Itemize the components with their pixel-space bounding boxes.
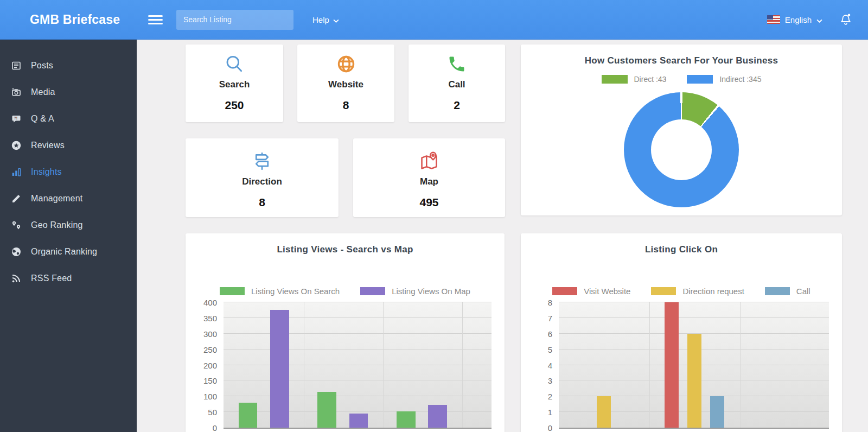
listing-click-chart-card: Listing Click On Visit WebsiteDirection … <box>521 233 842 432</box>
legend-label: Visit Website <box>584 287 630 296</box>
sidebar-item-posts[interactable]: Posts <box>0 52 137 79</box>
posts-icon <box>11 60 22 71</box>
sidebar-nav: PostsMedia?!Q & AReviewsInsightsManageme… <box>0 40 137 432</box>
chevron-down-icon <box>333 15 339 24</box>
notification-bell-icon[interactable] <box>839 12 853 27</box>
stat-card-call: Call 2 <box>409 45 505 122</box>
sidebar-item-label: Reviews <box>31 141 65 150</box>
bar-listing-views-on-search <box>317 392 336 428</box>
stat-value: 495 <box>419 196 438 209</box>
language-label: English <box>785 15 812 24</box>
map-stat-icon <box>419 150 439 172</box>
y-axis-tick: 350 <box>203 313 217 322</box>
stat-label: Map <box>420 176 438 187</box>
sidebar-item-geo-ranking[interactable]: Geo Ranking <box>0 212 137 238</box>
legend-item: Direct :43 <box>602 75 667 84</box>
y-axis-tick: 0 <box>213 423 217 432</box>
donut-legend: Direct :43Indirect :345 <box>521 75 842 84</box>
stat-label: Direction <box>242 176 282 187</box>
sidebar-item-rss-feed[interactable]: RSS Feed <box>0 265 137 291</box>
sidebar-item-label: Geo Ranking <box>31 220 83 230</box>
y-axis-tick: 100 <box>203 392 217 401</box>
management-icon <box>11 193 22 204</box>
legend-label: Direction request <box>682 287 744 296</box>
top-navbar: GMB Briefcase Help English <box>0 0 868 40</box>
sidebar-item-organic-ranking[interactable]: Organic Ranking <box>0 238 137 265</box>
stat-card-map: Map 495 <box>353 138 505 217</box>
reviews-icon <box>11 140 22 151</box>
legend-label: Listing Views On Search <box>251 287 340 296</box>
sidebar-item-insights[interactable]: Insights <box>0 158 137 185</box>
search-input[interactable] <box>176 10 293 30</box>
bar-listing-views-on-map <box>349 414 368 428</box>
donut-chart <box>624 92 739 207</box>
call-stat-icon <box>447 53 467 75</box>
help-menu[interactable]: Help <box>312 15 339 24</box>
svg-text:?!: ?! <box>14 116 17 120</box>
rss-icon <box>11 273 22 284</box>
help-label: Help <box>312 15 329 24</box>
legend-item: Call <box>765 287 810 296</box>
stat-value: 8 <box>343 99 349 112</box>
legend-item: Indirect :345 <box>687 75 761 84</box>
organic-ranking-icon <box>11 246 22 257</box>
legend-item: Direction request <box>651 287 744 296</box>
y-axis-tick: 7 <box>548 313 552 322</box>
search-stat-icon <box>224 53 245 75</box>
y-axis-tick: 1 <box>548 408 552 417</box>
legend-swatch-icon <box>687 75 713 84</box>
hamburger-menu-icon[interactable] <box>148 13 163 27</box>
legend-item: Visit Website <box>552 287 630 296</box>
sidebar-item-media[interactable]: Media <box>0 79 137 105</box>
language-selector[interactable]: English <box>767 15 822 24</box>
legend-swatch-icon <box>360 287 385 295</box>
sidebar-item-management[interactable]: Management <box>0 185 137 212</box>
y-axis-tick: 3 <box>548 376 552 385</box>
sidebar-item-reviews[interactable]: Reviews <box>0 132 137 158</box>
y-axis-tick: 300 <box>203 329 217 338</box>
us-flag-icon <box>767 15 780 24</box>
y-axis-tick: 2 <box>548 392 552 401</box>
sidebar-item-q-a[interactable]: ?!Q & A <box>0 105 137 132</box>
legend-swatch-icon <box>552 287 577 295</box>
legend-label: Direct :43 <box>634 75 667 84</box>
bar-listing-views-on-search <box>239 403 258 428</box>
y-axis-tick: 4 <box>548 360 552 370</box>
media-icon <box>11 87 22 98</box>
website-stat-icon <box>336 53 356 75</box>
listing-views-chart-card: Listing Views - Search vs Map Listing Vi… <box>186 233 505 432</box>
bar-direction-request <box>597 396 611 428</box>
stat-card-direction: Direction 8 <box>186 138 339 217</box>
chart-legend: Listing Views On SearchListing Views On … <box>186 287 505 296</box>
stat-value: 8 <box>259 196 265 209</box>
y-axis-tick: 150 <box>203 376 217 385</box>
direction-stat-icon <box>252 150 272 172</box>
stat-label: Search <box>219 79 250 90</box>
bar-listing-views-on-map <box>270 310 289 428</box>
chevron-down-icon <box>816 15 822 24</box>
chart-title: Listing Views - Search vs Map <box>186 244 505 255</box>
sidebar-item-label: Posts <box>31 61 53 71</box>
y-axis-tick: 6 <box>548 329 552 338</box>
y-axis-tick: 0 <box>548 423 552 432</box>
sidebar-item-label: Insights <box>31 167 62 177</box>
y-axis-tick: 50 <box>208 408 217 417</box>
legend-swatch-icon <box>651 287 676 295</box>
stat-card-website: Website 8 <box>297 45 394 122</box>
bar-plot: 050100150200250300350400 <box>224 302 492 429</box>
legend-swatch-icon <box>765 287 790 295</box>
stat-label: Website <box>328 79 363 90</box>
chart-title: Listing Click On <box>521 244 842 255</box>
chart-title: How Customers Search For Your Business <box>521 55 842 66</box>
sidebar-item-label: Organic Ranking <box>31 247 97 257</box>
sidebar-item-label: RSS Feed <box>31 274 72 283</box>
bar-direction-request <box>687 334 701 428</box>
legend-label: Call <box>796 287 810 296</box>
dashboard-page: GMB Briefcase Help English PostsMedia?!Q <box>0 0 868 432</box>
bar-plot: 012345678 <box>559 302 829 429</box>
app-logo[interactable]: GMB Briefcase <box>0 12 137 27</box>
chart-legend: Visit WebsiteDirection requestCall <box>521 287 842 296</box>
legend-item: Listing Views On Map <box>360 287 470 296</box>
stat-value: 2 <box>454 99 460 112</box>
bar-listing-views-on-map <box>428 405 447 428</box>
